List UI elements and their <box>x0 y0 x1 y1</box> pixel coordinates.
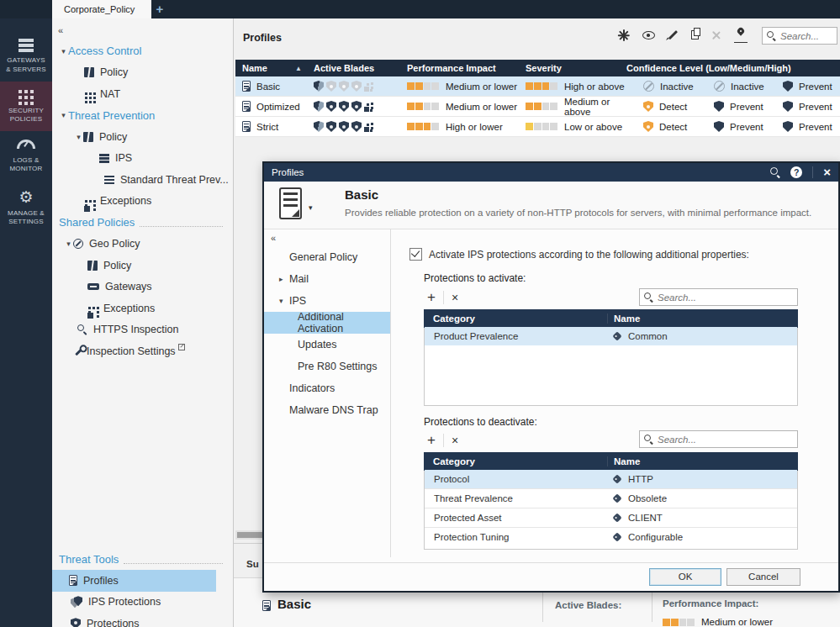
grid9-icon <box>18 90 22 93</box>
caret-icon[interactable]: ▾ <box>59 47 68 55</box>
add-deactivate-button[interactable] <box>427 433 436 448</box>
policy-tab[interactable]: Corporate_Policy <box>52 0 151 18</box>
tree-label: NAT <box>100 88 120 100</box>
protection-row[interactable]: Protected AssetCLIENT <box>425 508 797 528</box>
activate-ips-checkbox[interactable] <box>409 248 422 261</box>
tree-item-geo-policy[interactable]: ▾Geo Policy <box>52 234 233 256</box>
dialog-nav-label: Pre R80 Settings <box>298 361 378 372</box>
tree-item-gateways[interactable]: Gateways <box>52 277 233 298</box>
help-icon[interactable] <box>790 166 802 178</box>
view-button[interactable] <box>642 30 655 42</box>
tree-item-profiles[interactable]: Profiles <box>52 570 216 592</box>
dialog-nav-indicators[interactable]: Indicators <box>264 377 390 399</box>
protection-row[interactable]: Threat PrevalenceObsolete <box>425 489 797 508</box>
cell-name: Optimized <box>235 101 309 112</box>
layers-icon <box>99 154 109 156</box>
confidence-label: Inactive <box>731 82 764 92</box>
protection-row[interactable]: Product PrevalenceCommon <box>425 327 797 345</box>
sort-asc-icon: ▲ <box>295 65 302 72</box>
level-bar <box>526 103 557 110</box>
dialog-nav-mail[interactable]: ▸Mail <box>264 268 390 290</box>
caret-icon[interactable]: ▾ <box>59 111 68 119</box>
gear-icon <box>18 190 34 205</box>
dialog-nav-additional-activation[interactable]: Additional Activation <box>264 312 390 334</box>
window-titlebar: Corporate_Policy + <box>0 0 840 18</box>
protection-row[interactable]: Protection TuningConfigurable <box>425 528 797 546</box>
column-header-name[interactable]: Name <box>608 314 640 324</box>
caret-icon[interactable]: ▸ <box>279 275 289 283</box>
caret-icon[interactable]: ▾ <box>74 133 83 141</box>
tree-item-standard-threat-prev-[interactable]: Standard Threat Prev... <box>52 169 233 191</box>
dialog-nav-ips[interactable]: ▾IPS <box>264 290 390 312</box>
tree-item-policy[interactable]: Policy <box>52 62 233 84</box>
column-header-category[interactable]: Category <box>424 456 608 466</box>
ok-button[interactable]: OK <box>649 568 721 586</box>
tree-item-policy[interactable]: ▾Policy <box>52 126 233 148</box>
tree-item-https-inspection[interactable]: HTTPS Inspection <box>52 319 233 341</box>
tree-spacer <box>52 362 233 549</box>
tree-item-nat[interactable]: NAT <box>52 83 233 105</box>
tab-summary[interactable]: Su <box>246 559 259 569</box>
column-header-label: Severity <box>526 63 562 73</box>
edit-button[interactable] <box>668 29 679 43</box>
add-protection-button[interactable] <box>427 290 436 305</box>
tree-section-threat-prevention[interactable]: ▾Threat Prevention <box>52 105 233 127</box>
collapse-nav-icon[interactable]: « <box>271 233 390 243</box>
where-used-button[interactable] <box>734 28 748 45</box>
tree-item-exceptions[interactable]: Exceptions <box>52 191 233 213</box>
sidebar-item-manage-settings[interactable]: MANAGE & SETTINGS <box>0 182 52 234</box>
level-bar <box>407 103 439 110</box>
confidence-label: Prevent <box>799 122 832 132</box>
anti-bot-blade-icon <box>326 121 336 132</box>
tree-section-access-control[interactable]: ▾Access Control <box>52 40 233 62</box>
profile-icon[interactable] <box>279 187 302 219</box>
dialog-nav-general-policy[interactable]: General Policy <box>264 246 390 268</box>
anti-virus-blade-icon <box>339 81 349 92</box>
close-icon[interactable] <box>823 166 831 178</box>
caret-icon[interactable]: ▾ <box>64 240 73 248</box>
sidebar-item-security-policies[interactable]: SECURITY POLICIES <box>0 82 52 131</box>
profile-row-basic[interactable]: BasicMedium or lowerHigh or aboveInactiv… <box>235 76 840 97</box>
column-header-severity[interactable]: Severity <box>526 63 626 73</box>
activate-search-input[interactable] <box>658 292 793 303</box>
tree-label: Exceptions <box>103 303 155 314</box>
tree-item-exceptions[interactable]: Exceptions <box>52 298 233 319</box>
dialog-search-icon[interactable] <box>770 167 780 177</box>
dialog-nav-pre-r80-settings[interactable]: Pre R80 Settings <box>264 356 390 377</box>
caret-icon[interactable]: ▾ <box>279 297 289 305</box>
chevron-down-icon[interactable]: ▾ <box>309 203 313 212</box>
cell-category: Protection Tuning <box>425 532 608 542</box>
sidebar-item-gateways-servers[interactable]: GATEWAYS & SERVERS <box>0 30 52 82</box>
column-header-name[interactable]: Name▲ <box>235 63 309 73</box>
collapse-tree-icon[interactable]: « <box>58 25 233 35</box>
tree-label: Policy <box>103 260 131 271</box>
remove-protection-button[interactable] <box>452 290 458 305</box>
protection-row[interactable]: ProtocolHTTP <box>425 470 797 489</box>
tree-item-inspection-settings[interactable]: Inspection Settings <box>52 340 233 362</box>
tree-item-ips[interactable]: IPS <box>52 148 233 170</box>
column-header-category[interactable]: Category <box>424 314 608 324</box>
new-tab-button[interactable]: + <box>153 2 166 17</box>
profile-row-optimized[interactable]: OptimizedMedium or lowerMedium or aboveD… <box>235 97 840 117</box>
column-header-active-blades[interactable]: Active Blades <box>309 63 407 73</box>
tree-section-shared-policies[interactable]: Shared Policies <box>52 212 233 234</box>
tree-item-ips-protections[interactable]: IPS Protections <box>52 592 233 614</box>
sidebar-item-logs-monitor[interactable]: LOGS & MONITOR <box>0 131 52 181</box>
dialog-nav-updates[interactable]: Updates <box>264 334 390 356</box>
column-header-name[interactable]: Name <box>608 456 640 466</box>
search-input[interactable] <box>780 31 832 41</box>
clone-button[interactable] <box>691 30 699 42</box>
deactivate-search-input[interactable] <box>658 435 793 445</box>
tree-section-threat-tools[interactable]: Threat Tools <box>52 549 233 571</box>
column-header-performance-impact[interactable]: Performance Impact <box>407 63 526 73</box>
new-profile-button[interactable] <box>618 29 630 44</box>
cancel-button[interactable]: Cancel <box>726 568 800 586</box>
tag-name: CLIENT <box>628 513 663 523</box>
remove-deactivate-button[interactable] <box>452 433 458 448</box>
tree-item-protections[interactable]: Protections <box>52 613 233 627</box>
dialog-nav-malware-dns-trap[interactable]: Malware DNS Trap <box>264 399 390 421</box>
confidence-high: Prevent <box>776 121 840 132</box>
column-header-confidence-level-low-medium-high-[interactable]: Confidence Level (Low/Medium/High) <box>626 63 840 73</box>
profile-row-strict[interactable]: StrictHigh or lowerLow or aboveDetectPre… <box>235 117 840 137</box>
tree-item-policy[interactable]: Policy <box>52 255 233 277</box>
